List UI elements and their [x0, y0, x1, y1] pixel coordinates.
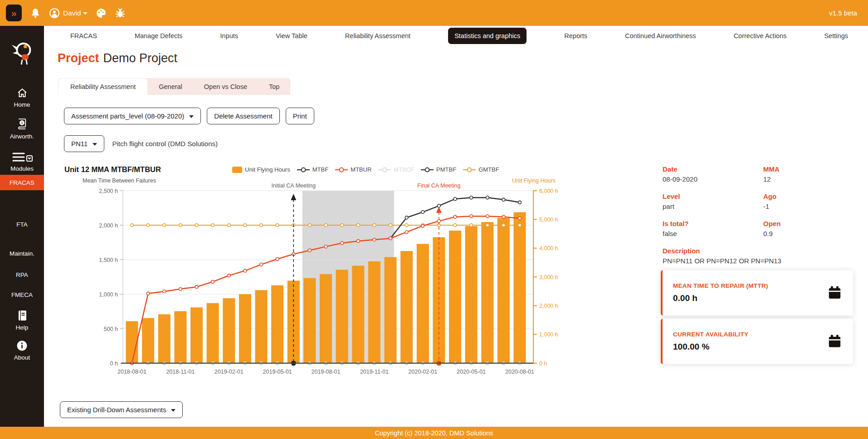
svg-text:Final CA Meeting: Final CA Meeting — [417, 183, 460, 189]
tab-general[interactable]: General — [148, 78, 193, 95]
detail-label: Ago — [763, 192, 855, 200]
tab-top[interactable]: Top — [258, 78, 290, 95]
sidebar-item-modules[interactable]: Modules — [0, 152, 44, 172]
assessment-controls: Assessment parts_level (08-09-2020) Dele… — [64, 108, 314, 124]
user-name: David — [63, 9, 81, 17]
legend-item-mtbur[interactable]: MTBUR — [335, 166, 371, 173]
svg-text:2,000 h: 2,000 h — [539, 303, 558, 309]
nav-item-view-table[interactable]: View Table — [276, 32, 307, 39]
nav-item-manage-defects[interactable]: Manage Defects — [135, 32, 183, 39]
main-nav: FRACAS Manage Defects Inputs View Table … — [44, 26, 868, 46]
chevron-down-icon — [189, 115, 194, 118]
drilldown-dropdown[interactable]: Existing Drill-Down Assessments — [60, 401, 183, 418]
legend-item-pmtbf[interactable]: PMTBF — [421, 166, 456, 173]
nav-item-reports[interactable]: Reports — [564, 32, 587, 39]
nav-item-statistics-and-graphics[interactable]: Statistics and graphics — [448, 28, 527, 44]
legend-item-unit-flying-hours[interactable]: Unit Flying Hours — [232, 166, 290, 173]
legend-item-mtbf[interactable]: MTBF — [297, 166, 328, 173]
bug-icon — [115, 8, 126, 19]
legend-item-mtbcf[interactable]: MTBCF — [378, 166, 414, 173]
notifications-button[interactable] — [30, 8, 41, 19]
sidebar-item-about[interactable]: About — [0, 340, 44, 361]
sidebar-item-label: Modules — [10, 165, 34, 172]
print-button[interactable]: Print — [286, 108, 314, 124]
svg-text:2020-02-01: 2020-02-01 — [408, 369, 437, 375]
detail-value: 0.9 — [763, 230, 855, 237]
detail-date: Date 08-09-2020 — [663, 165, 763, 183]
chevron-down-icon — [93, 143, 97, 146]
sidebar-item-maintain[interactable]: Maintain. — [0, 250, 44, 257]
svg-text:1,000 h: 1,000 h — [539, 331, 558, 338]
legend-item-gmtbf[interactable]: GMTBF — [463, 166, 499, 173]
palette-icon — [96, 8, 107, 19]
app-logo[interactable] — [0, 39, 44, 67]
detail-grid: Date 08-09-2020 MMA 12 Level part Ago -1… — [663, 165, 855, 247]
right-axis: 0 h1,000 h2,000 h3,000 h4,000 h5,000 h6,… — [533, 188, 558, 367]
kpi-title: CURRENT AVAILABILITY — [673, 331, 820, 338]
part-number-dropdown[interactable]: PN11 — [64, 135, 104, 152]
svg-text:Initial CA Meeting: Initial CA Meeting — [272, 183, 316, 189]
legend-line-icon — [335, 167, 348, 173]
tab-label: Top — [269, 83, 279, 90]
sidebar-item-fmeca[interactable]: FMECA — [0, 291, 44, 298]
sidebar-collapse-button[interactable]: » — [6, 5, 22, 21]
svg-text:5,000 h: 5,000 h — [539, 217, 558, 223]
svg-text:2019-05-01: 2019-05-01 — [263, 369, 292, 375]
legend-line-icon — [463, 167, 476, 173]
detail-label: Date — [663, 165, 763, 173]
sidebar-item-label: Maintain. — [10, 250, 34, 257]
detail-label: Is total? — [663, 220, 763, 227]
sidebar-item-fta[interactable]: FTA — [0, 221, 44, 228]
sub-tabs: Reliability Assessment General Open vs C… — [58, 78, 290, 95]
sidebar-item-rpa[interactable]: RPA — [0, 271, 44, 278]
tab-open-vs-close[interactable]: Open vs Close — [193, 78, 258, 95]
page-title: ProjectDemo Project — [58, 51, 177, 65]
tab-reliability-assessment[interactable]: Reliability Assessment — [58, 78, 148, 95]
theme-button[interactable] — [96, 8, 107, 19]
calendar-icon[interactable] — [828, 286, 841, 300]
part-description: Pitch flight control (DMD Solutions) — [112, 140, 218, 148]
tab-label: Open vs Close — [204, 83, 247, 90]
nav-item-corrective-actions[interactable]: Corrective Actions — [734, 32, 787, 39]
sidebar-item-fracas[interactable]: FRACAS — [0, 175, 44, 190]
svg-text:2020-05-01: 2020-05-01 — [457, 369, 486, 375]
detail-is-total: Is total? false — [663, 220, 763, 237]
delete-assessment-button[interactable]: Delete Assessment — [207, 108, 279, 124]
part-number-controls: PN11 Pitch flight control (DMD Solutions… — [64, 135, 218, 152]
version-label: v1.5 beta — [829, 9, 857, 17]
modules-menu-icon — [12, 152, 33, 163]
sidebar-item-home[interactable]: Home — [0, 88, 44, 108]
nav-item-inputs[interactable]: Inputs — [220, 32, 239, 39]
svg-text:2019-08-01: 2019-08-01 — [312, 369, 341, 375]
nav-item-reliability-assessment[interactable]: Reliability Assessment — [345, 32, 410, 39]
sidebar-item-airworthiness[interactable]: Airworth. — [0, 118, 44, 140]
debug-button[interactable] — [115, 8, 126, 19]
sidebar-item-help[interactable]: Help — [0, 310, 44, 331]
nav-item-fracas[interactable]: FRACAS — [70, 32, 97, 39]
home-icon — [16, 88, 28, 99]
chart-canvas: Initial CA MeetingFinal CA Meeting0 h500… — [63, 182, 658, 381]
tab-label: General — [159, 83, 182, 90]
detail-value: -1 — [763, 202, 855, 210]
svg-text:6,000 h: 6,000 h — [539, 188, 558, 194]
nav-item-continued-airworthiness[interactable]: Continued Airworthiness — [625, 32, 696, 39]
detail-mma: MMA 12 — [763, 165, 855, 183]
assessment-dropdown[interactable]: Assessment parts_level (08-09-2020) — [64, 108, 201, 124]
user-avatar-icon — [49, 8, 60, 19]
sidebar-item-label: RPA — [16, 271, 28, 278]
sidebar-item-label: Home — [14, 101, 30, 108]
sidebar: Home Airworth. Modules FRACAS FTA Mainta… — [0, 26, 44, 427]
legend-label: PMTBF — [436, 166, 456, 173]
calendar-icon[interactable] — [828, 335, 841, 349]
user-menu[interactable]: David — [49, 8, 88, 19]
svg-text:2,000 h: 2,000 h — [99, 222, 118, 229]
kpi-cards: MEAN TIME TO REPAIR (MTTR) 0.00 h CURREN… — [661, 270, 853, 364]
legend-label: Unit Flying Hours — [245, 166, 290, 173]
svg-text:0 h: 0 h — [110, 360, 118, 367]
legend-label: MTBCF — [394, 166, 414, 173]
x-axis-labels: 2018-08-012018-11-012019-02-012019-05-01… — [117, 369, 534, 375]
nav-item-settings[interactable]: Settings — [824, 32, 848, 39]
assessment-details-panel: Date 08-09-2020 MMA 12 Level part Ago -1… — [663, 165, 855, 364]
svg-text:2020-08-01: 2020-08-01 — [505, 369, 534, 375]
copyright-text: Copyright (c) 2018-2020, DMD Solutions — [375, 429, 493, 437]
